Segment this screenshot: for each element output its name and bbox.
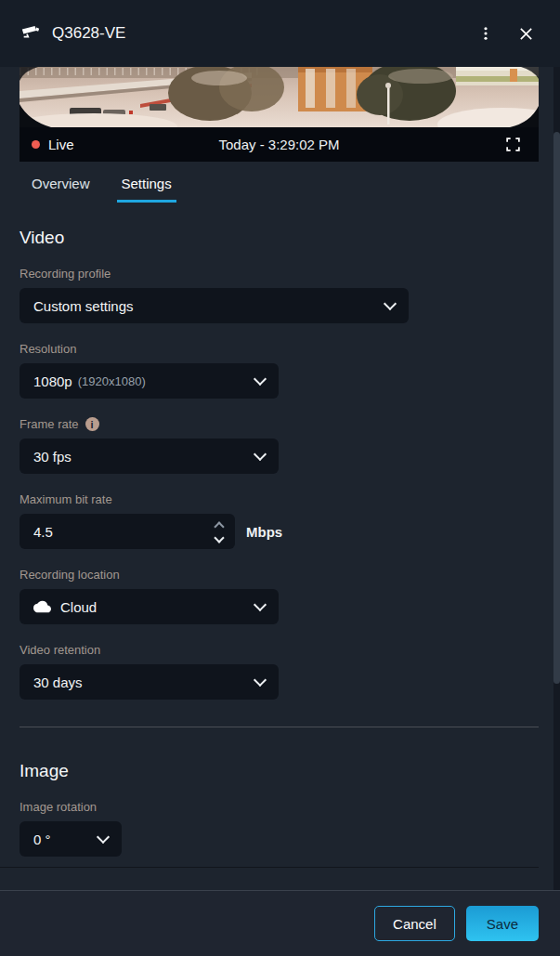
chevron-down-icon (254, 448, 267, 461)
max-bit-rate-label: Maximum bit rate (20, 492, 539, 506)
live-video-preview (20, 67, 539, 127)
video-retention-field: Video retention 30 days (20, 643, 539, 700)
section-divider (20, 727, 539, 727)
chevron-down-icon (254, 373, 267, 386)
image-rotation-field: Image rotation 0 ° (20, 800, 539, 857)
fullscreen-icon (505, 137, 521, 152)
chevron-down-icon (97, 831, 110, 844)
cancel-button[interactable]: Cancel (374, 906, 455, 941)
resolution-select[interactable]: 1080p (1920x1080) (20, 363, 279, 399)
live-label: Live (48, 137, 74, 152)
max-bit-rate-unit: Mbps (246, 524, 282, 540)
scrollbar-thumb[interactable] (553, 132, 560, 684)
max-bit-rate-field: Maximum bit rate Mbps (20, 492, 539, 549)
kebab-menu-icon (477, 25, 494, 42)
recording-profile-select[interactable]: Custom settings (20, 288, 409, 323)
fullscreen-button[interactable] (500, 131, 527, 158)
resolution-value: 1080p (33, 373, 72, 389)
resolution-detail: (1920x1080) (78, 374, 146, 388)
frame-rate-label: Frame rate (20, 417, 79, 431)
resolution-field: Resolution 1080p (1920x1080) (20, 342, 539, 399)
spinner-down-icon[interactable] (215, 535, 223, 543)
live-indicator-dot (32, 140, 40, 149)
video-player: Live Today - 3:29:02 PM (20, 67, 539, 162)
cloud-icon (33, 600, 51, 613)
chevron-down-icon (254, 598, 267, 611)
close-icon (518, 26, 534, 42)
content-bottom-edge (0, 867, 539, 868)
frame-rate-field: Frame rate i 30 fps (20, 417, 539, 474)
live-status-bar: Live Today - 3:29:02 PM (20, 127, 539, 162)
number-stepper (215, 514, 223, 549)
page-title: Q3628-VE (52, 24, 472, 43)
video-retention-label: Video retention (20, 643, 539, 657)
camera-icon (20, 23, 41, 44)
info-icon[interactable]: i (85, 417, 99, 431)
video-retention-select[interactable]: 30 days (20, 664, 279, 700)
recording-location-select[interactable]: Cloud (20, 589, 279, 624)
timestamp: Today - 3:29:02 PM (20, 137, 539, 152)
recording-location-value: Cloud (60, 599, 97, 615)
recording-location-field: Recording location Cloud (20, 568, 539, 624)
action-bar: Cancel Save (0, 890, 560, 956)
video-retention-value: 30 days (33, 674, 83, 690)
image-rotation-select[interactable]: 0 ° (20, 821, 122, 857)
image-section-title: Image (20, 761, 539, 781)
recording-location-label: Recording location (20, 568, 539, 582)
video-section-title: Video (20, 228, 539, 248)
tab-overview[interactable]: Overview (27, 176, 95, 203)
chevron-down-icon (384, 297, 397, 310)
resolution-label: Resolution (20, 342, 539, 356)
image-rotation-value: 0 ° (33, 832, 51, 847)
frame-rate-value: 30 fps (33, 449, 72, 465)
header: Q3628-VE (0, 0, 560, 67)
save-button[interactable]: Save (466, 906, 539, 941)
recording-profile-field: Recording profile Custom settings (20, 267, 539, 323)
max-bit-rate-input[interactable] (20, 514, 235, 549)
tab-bar: Overview Settings (0, 176, 560, 203)
spinner-up-icon[interactable] (215, 520, 223, 528)
panorama-snapshot (20, 67, 539, 127)
kebab-menu-button[interactable] (472, 20, 500, 47)
recording-profile-value: Custom settings (33, 298, 134, 314)
recording-profile-label: Recording profile (20, 267, 539, 281)
settings-panel: Video Recording profile Custom settings … (0, 228, 560, 857)
frame-rate-select[interactable]: 30 fps (20, 439, 279, 474)
chevron-down-icon (254, 674, 267, 687)
close-button[interactable] (513, 20, 540, 47)
tab-settings[interactable]: Settings (117, 176, 176, 203)
image-rotation-label: Image rotation (20, 800, 539, 814)
